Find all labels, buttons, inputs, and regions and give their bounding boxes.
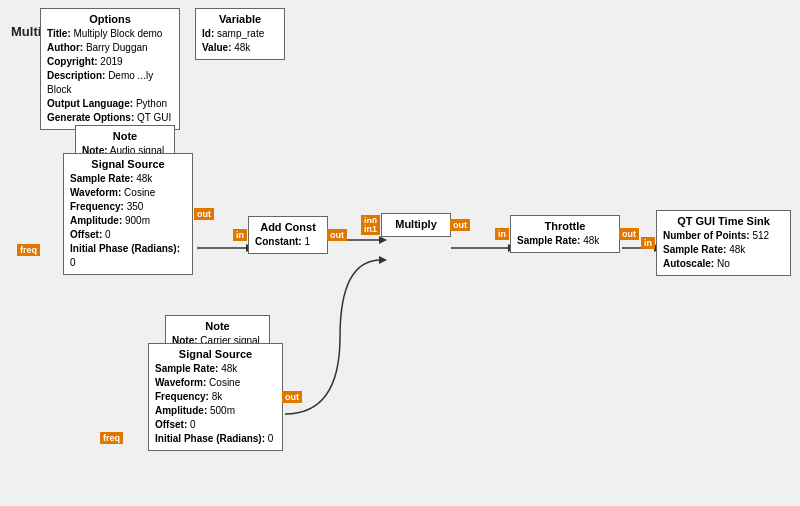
ss1-title: Signal Source <box>70 158 186 170</box>
variable-value-field: Value: 48k <box>202 41 278 55</box>
svg-marker-3 <box>379 236 387 244</box>
options-output-language-field: Output Language: Python <box>47 97 173 111</box>
ss1-field-3: Amplitude: 900m <box>70 214 186 228</box>
ss2-title: Signal Source <box>155 348 276 360</box>
ss1-field-0: Sample Rate: 48k <box>70 172 186 186</box>
ss1-out-port: out <box>194 208 214 220</box>
options-title-field: Title: Multiply Block demo <box>47 27 173 41</box>
ss2-field-1: Waveform: Cosine <box>155 376 276 390</box>
ss2-field-5: Initial Phase (Radians): 0 <box>155 432 276 446</box>
signal-source-1-block: Signal Source Sample Rate: 48k Waveform:… <box>63 153 193 275</box>
timesink-samplerate-field: Sample Rate: 48k <box>663 243 784 257</box>
svg-marker-8 <box>379 256 387 264</box>
ss1-field-5: Initial Phase (Radians): 0 <box>70 242 186 270</box>
add-const-block: Add Const Constant: 1 in out <box>248 216 328 254</box>
options-generate-options-field: Generate Options: QT GUI <box>47 111 173 125</box>
timesink-block: QT GUI Time Sink Number of Points: 512 S… <box>656 210 791 276</box>
variable-block: Variable Id: samp_rate Value: 48k <box>195 8 285 60</box>
throttle-title: Throttle <box>517 220 613 232</box>
options-block: Options Title: Multiply Block demo Autho… <box>40 8 180 130</box>
ss2-freq-port: freq <box>100 432 123 444</box>
signal-source-2-block: Signal Source Sample Rate: 48k Waveform:… <box>148 343 283 451</box>
throttle-in-port: in <box>495 228 509 240</box>
addconst-title: Add Const <box>255 221 321 233</box>
options-title: Options <box>47 13 173 25</box>
timesink-npoints-field: Number of Points: 512 <box>663 229 784 243</box>
multiply-title: Multiply <box>388 218 444 230</box>
options-copyright-field: Copyright: 2019 <box>47 55 173 69</box>
options-description-field: Description: Demo ...ly Block <box>47 69 173 97</box>
ss1-field-1: Waveform: Cosine <box>70 186 186 200</box>
addconst-in-port: in <box>233 229 247 241</box>
variable-title: Variable <box>202 13 278 25</box>
ss2-out-port: out <box>282 391 302 403</box>
multiply-in1-port: in1 <box>361 223 380 235</box>
timesink-title: QT GUI Time Sink <box>663 215 784 227</box>
multiply-out-port: out <box>450 219 470 231</box>
timesink-autoscale-field: Autoscale: No <box>663 257 784 271</box>
multiply-block: Multiply in0 in1 out <box>381 213 451 237</box>
ss2-field-2: Frequency: 8k <box>155 390 276 404</box>
throttle-samplerate-field: Sample Rate: 48k <box>517 234 613 248</box>
ss2-field-4: Offset: 0 <box>155 418 276 432</box>
ss2-field-0: Sample Rate: 48k <box>155 362 276 376</box>
throttle-block: Throttle Sample Rate: 48k in out <box>510 215 620 253</box>
ss1-field-2: Frequency: 350 <box>70 200 186 214</box>
options-author-field: Author: Barry Duggan <box>47 41 173 55</box>
ss1-freq-port: freq <box>17 244 40 256</box>
ss2-field-3: Amplitude: 500m <box>155 404 276 418</box>
note2-title: Note <box>172 320 263 332</box>
timesink-in-port: in <box>641 237 655 249</box>
throttle-out-port: out <box>619 228 639 240</box>
addconst-out-port: out <box>327 229 347 241</box>
variable-id-field: Id: samp_rate <box>202 27 278 41</box>
ss1-field-4: Offset: 0 <box>70 228 186 242</box>
note1-title: Note <box>82 130 168 142</box>
addconst-constant-field: Constant: 1 <box>255 235 321 249</box>
